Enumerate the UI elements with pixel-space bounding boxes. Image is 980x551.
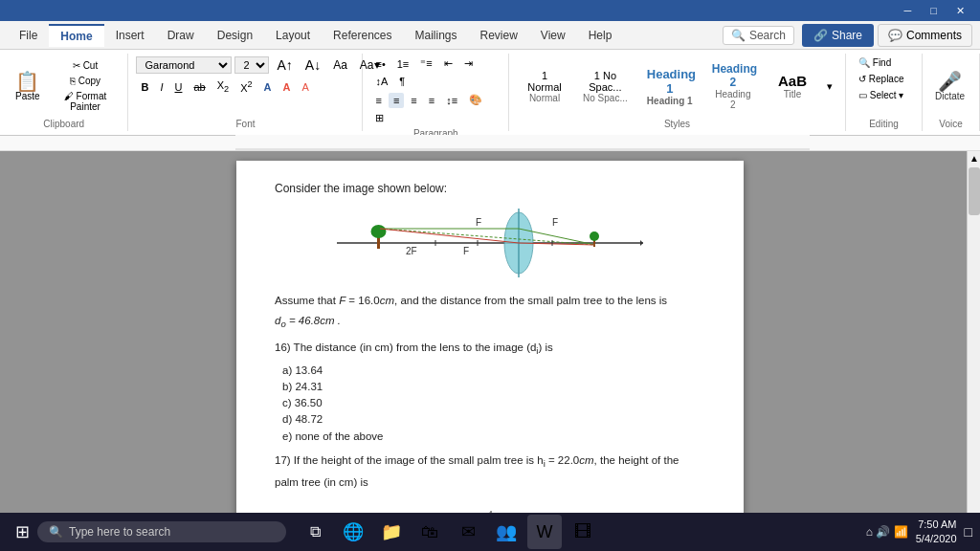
text-highlight-button[interactable]: A [259, 79, 277, 95]
tab-draw[interactable]: Draw [156, 25, 206, 46]
taskbar-search[interactable]: 🔍 Type here to search [37, 521, 286, 542]
styles-group: 1 Normal Normal 1 No Spac... No Spac... … [509, 54, 846, 131]
assume-text: Assume that F = 16.0cm, and the distance… [275, 293, 705, 309]
styles-dropdown-button[interactable]: ▾ [822, 78, 837, 95]
style-normal[interactable]: 1 Normal Normal [517, 66, 572, 107]
style-normal-label: Normal [525, 93, 564, 103]
window-controls[interactable]: ─ □ ✕ [897, 5, 972, 17]
align-right-button[interactable]: ≡ [406, 93, 421, 108]
cut-button[interactable]: ✂ Cut [51, 58, 121, 73]
word-button[interactable]: W [527, 515, 562, 549]
align-center-button[interactable]: ≡ [389, 93, 404, 108]
store-button[interactable]: 🛍 [412, 515, 447, 549]
shading-button[interactable]: 🎨 [464, 92, 487, 108]
strikethrough-button[interactable]: ab [189, 79, 210, 95]
paste-button[interactable]: 📋 Paste [8, 68, 48, 105]
editing-content: 🔍 Find ↺ Replace ▭ Select ▾ [854, 55, 908, 117]
show-marks-button[interactable]: ¶ [394, 74, 410, 89]
question-17: 17) If the height of the image of the sm… [275, 452, 705, 472]
tab-help[interactable]: Help [577, 25, 624, 46]
question-17-end: palm tree (in cm) is [275, 474, 705, 491]
tab-view[interactable]: View [529, 25, 577, 46]
search-label: Search [749, 29, 786, 42]
copy-icon: ⎘ [70, 76, 76, 86]
sort-button[interactable]: ↕A [370, 74, 392, 89]
multilevel-button[interactable]: ⁼≡ [415, 55, 436, 72]
style-heading1[interactable]: Heading 1 Heading 1 [638, 63, 702, 110]
align-left-button[interactable]: ≡ [370, 93, 386, 108]
justify-button[interactable]: ≡ [424, 93, 439, 108]
clipboard-sub-buttons: ✂ Cut ⎘ Copy 🖌 Format Painter [51, 58, 121, 114]
replace-button[interactable]: ↺ Replace [854, 72, 908, 86]
scroll-up-button[interactable]: ▲ [968, 151, 980, 165]
bold-button[interactable]: B [136, 79, 153, 95]
scrollbar[interactable]: ▲ ▼ [967, 151, 980, 532]
explorer-button[interactable]: 📁 [374, 515, 409, 549]
tab-mailings[interactable]: Mailings [403, 25, 468, 46]
svg-point-6 [371, 225, 387, 238]
tab-file[interactable]: File [8, 25, 49, 46]
font-size-select[interactable]: 24 [234, 56, 269, 74]
line-spacing-button[interactable]: ↕≡ [441, 93, 462, 108]
increase-indent-button[interactable]: ⇥ [459, 55, 478, 72]
mail-button[interactable]: ✉ [451, 515, 485, 549]
style-h1-label: Heading 1 [647, 96, 693, 106]
document-page[interactable]: Consider the image shown below: [236, 161, 744, 524]
tab-references[interactable]: References [322, 25, 403, 46]
notification-button[interactable]: □ [965, 524, 972, 540]
borders-button[interactable]: ⊞ [370, 110, 389, 126]
tab-home[interactable]: Home [49, 24, 103, 47]
teams-button[interactable]: 👥 [489, 515, 523, 549]
clear-format-button[interactable]: Aa [328, 56, 352, 74]
time-display: 7:50 AM [916, 518, 957, 532]
task-view-button[interactable]: ⧉ [298, 515, 332, 549]
tab-insert[interactable]: Insert [104, 25, 156, 46]
start-button[interactable]: ⊞ [8, 518, 37, 546]
font-group: Garamond 24 A↑ A↓ Aa Aa▾ B I U ab X2 X2 … [128, 54, 363, 131]
ribbon-search[interactable]: 🔍 Search [723, 26, 794, 45]
tab-layout[interactable]: Layout [264, 25, 322, 46]
select-button[interactable]: ▭ Select ▾ [854, 88, 908, 102]
underline-button[interactable]: U [170, 79, 188, 95]
italic-button[interactable]: I [155, 79, 167, 95]
voice-label: Voice [930, 119, 971, 129]
clipboard-content: 📋 Paste ✂ Cut ⎘ Copy 🖌 Format Painter [8, 55, 120, 117]
styles-content: 1 Normal Normal 1 No Spac... No Spac... … [517, 55, 837, 117]
svg-marker-18 [640, 240, 643, 246]
svg-text:F: F [463, 246, 469, 256]
maximize-button[interactable]: □ [923, 5, 945, 17]
clipboard-group: 📋 Paste ✂ Cut ⎘ Copy 🖌 Format Painter Cl… [0, 54, 128, 131]
style-title-text: AaB [773, 73, 812, 89]
svg-text:F: F [552, 217, 558, 228]
voice-group: 🎤 Dictate Voice [923, 54, 980, 131]
comments-button[interactable]: 💬 Comments [878, 24, 972, 47]
close-button[interactable]: ✕ [948, 5, 972, 17]
numbering-button[interactable]: 1≡ [392, 56, 414, 72]
bullets-button[interactable]: ≡• [370, 56, 390, 72]
edge-button[interactable]: 🌐 [336, 515, 370, 549]
font-shrink-button[interactable]: A↓ [301, 55, 325, 75]
text-color-button[interactable]: A [278, 79, 296, 95]
font-color-button[interactable]: A [297, 79, 313, 95]
subscript-button[interactable]: X2 [212, 77, 234, 96]
superscript-button[interactable]: X2 [235, 77, 256, 96]
powerpoint-button[interactable]: 🎞 [566, 515, 600, 549]
style-nospacing[interactable]: 1 No Spac... No Spac... [574, 66, 636, 107]
question-16: 16) The distance (in cm) from the lens t… [275, 340, 705, 359]
tab-design[interactable]: Design [206, 25, 264, 46]
tab-review[interactable]: Review [469, 25, 529, 46]
scroll-thumb[interactable] [969, 167, 980, 215]
share-button[interactable]: 🔗 Share [802, 24, 874, 47]
font-family-select[interactable]: Garamond [136, 56, 232, 74]
copy-button[interactable]: ⎘ Copy [51, 74, 121, 88]
find-button[interactable]: 🔍 Find [854, 55, 896, 70]
format-painter-button[interactable]: 🖌 Format Painter [51, 89, 121, 114]
style-title[interactable]: AaB Title [765, 69, 820, 103]
font-grow-button[interactable]: A↑ [272, 55, 297, 75]
decrease-indent-button[interactable]: ⇤ [439, 55, 457, 72]
minimize-button[interactable]: ─ [897, 5, 920, 17]
select-icon: ▭ [858, 90, 867, 100]
style-heading2[interactable]: Heading 2 Heading 2 [703, 58, 763, 114]
taskbar-search-icon: 🔍 [49, 525, 63, 539]
dictate-button[interactable]: 🎤 Dictate [930, 69, 969, 104]
